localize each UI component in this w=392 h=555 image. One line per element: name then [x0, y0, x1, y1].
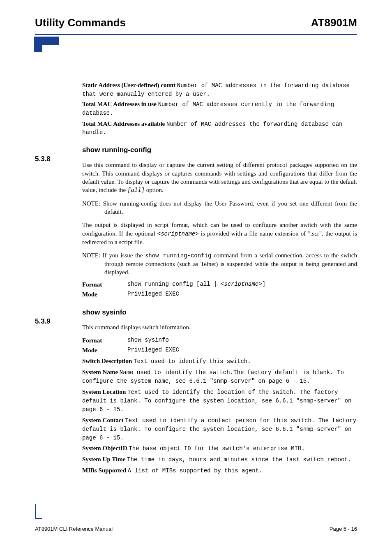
- para-539-intro: This command displays switch information…: [82, 323, 357, 331]
- format-row-538: Format show running-config [all | <scrip…: [82, 280, 357, 289]
- mode-row-538: Mode Privileged EXEC: [82, 290, 357, 298]
- def-mibs-supported: MIBs Supported A list of MIBs supported …: [82, 466, 357, 475]
- format-value: show sysinfo: [127, 336, 169, 345]
- section-heading-539: show sysinfo: [82, 308, 357, 317]
- section-heading-538: show running-config: [82, 146, 357, 155]
- format-row-539: Format show sysinfo: [82, 336, 357, 345]
- def-switch-description: Switch Description Text used to identify…: [82, 357, 357, 365]
- footer-right: Page 5 - 16: [330, 526, 357, 532]
- section-number: 5.3.9: [35, 317, 51, 326]
- def-static-address: Static Address (User-defined) count Numb…: [82, 81, 357, 98]
- def-system-objectid: System ObjectID The base object ID for t…: [82, 444, 357, 453]
- logo-icon: [34, 37, 59, 61]
- mode-value: Privileged EXEC: [127, 290, 179, 298]
- def-label: Static Address (User-defined) count: [82, 82, 175, 88]
- section-number: 5.3.8: [35, 155, 51, 164]
- format-value: show running-config [all | <scriptname>]: [127, 280, 265, 289]
- para-538-1: Use this command to display or capture t…: [82, 161, 357, 194]
- def-total-available: Total MAC Addresses available Number of …: [82, 120, 357, 137]
- running-footer: AT8901M CLI Reference Manual Page 5 - 16: [35, 526, 357, 532]
- header-right: AT8901M: [311, 16, 357, 29]
- def-system-name: System Name Name used to identify the sw…: [82, 368, 357, 385]
- note-538-2: NOTE: If you issue the show running-conf…: [82, 251, 357, 276]
- format-label: Format: [82, 336, 127, 345]
- def-label: Total MAC Addresses available: [82, 120, 165, 127]
- body-content: Static Address (User-defined) count Numb…: [82, 81, 357, 475]
- header-rule: [35, 34, 357, 35]
- format-label: Format: [82, 280, 127, 289]
- footer-left: AT8901M CLI Reference Manual: [35, 526, 113, 532]
- mode-value: Privileged EXEC: [127, 346, 179, 354]
- def-system-contact: System Contact Text used to identify a c…: [82, 416, 357, 442]
- def-system-uptime: System Up Time The time in days, hours a…: [82, 455, 357, 464]
- mode-label: Mode: [82, 290, 127, 298]
- para-538-2: The output is displayed in script format…: [82, 221, 357, 246]
- page: Utility Commands AT8901M Static Address …: [0, 0, 392, 555]
- mode-label: Mode: [82, 346, 127, 354]
- def-system-location: System Location Text used to identify th…: [82, 388, 357, 414]
- running-header: Utility Commands AT8901M: [35, 16, 357, 29]
- xref-link[interactable]: 6.6.1 "snmp-server" on page 6 - 15: [189, 378, 307, 384]
- header-left: Utility Commands: [35, 16, 126, 29]
- mode-row-539: Mode Privileged EXEC: [82, 346, 357, 354]
- note-538-1: NOTE: Show running-config does not displ…: [82, 199, 357, 216]
- def-label: Total MAC Addresses in use: [82, 101, 157, 107]
- def-total-in-use: Total MAC Addresses in use Number of MAC…: [82, 100, 357, 117]
- corner-decoration-icon: [35, 504, 42, 519]
